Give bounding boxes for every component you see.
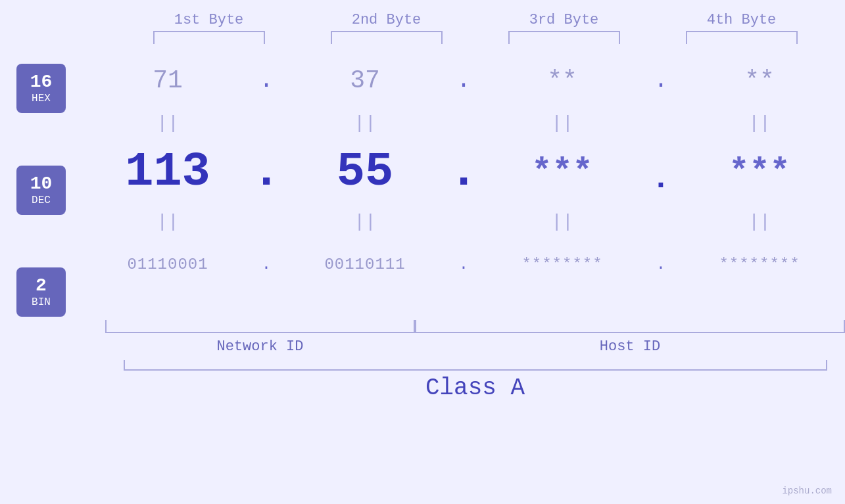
network-id-label: Network ID — [105, 338, 415, 355]
hex-dot-3: . — [651, 67, 671, 94]
dec-name: DEC — [32, 195, 51, 206]
byte3-header: 3rd Byte — [475, 12, 653, 28]
dec-row: 113 . 55 . *** . *** — [79, 136, 845, 208]
eq2-sign-1: || — [157, 212, 179, 232]
class-label-row: Class A — [0, 375, 845, 401]
hex-dot-1: . — [256, 67, 276, 94]
bin-dot-2: . — [454, 256, 473, 273]
hex-val-1: 71 — [153, 66, 183, 95]
eq-sign-2: || — [354, 113, 376, 133]
dec-dot-3: . — [651, 161, 671, 196]
bin-val-1: 01110001 — [127, 256, 208, 273]
hex-row: 71 . 37 . ** . ** — [79, 51, 845, 110]
bracket-cell-2 — [298, 31, 475, 44]
eq-cell-2: || — [276, 113, 454, 133]
bin-name: BIN — [32, 296, 51, 308]
dec-dot-2: . — [454, 145, 473, 199]
eq-cell-4: || — [671, 113, 845, 133]
hex-val-4: ** — [744, 66, 775, 95]
host-id-label: Host ID — [415, 338, 845, 355]
base-labels: 16 HEX 10 DEC 2 BIN — [16, 64, 66, 317]
dec-val-2: 55 — [337, 145, 393, 199]
content-area: 16 HEX 10 DEC 2 BIN 71 . 37 — [0, 51, 845, 317]
host-id-bracket — [415, 320, 845, 333]
ip-grid: 71 . 37 . ** . ** || — [79, 51, 845, 294]
bin-badge: 2 BIN — [16, 267, 66, 317]
equals-row-2: || || || || — [79, 208, 845, 235]
byte2-header: 2nd Byte — [298, 12, 475, 28]
hex-badge: 16 HEX — [16, 64, 66, 113]
eq-cell-3: || — [473, 113, 651, 133]
byte-headers: 1st Byte 2nd Byte 3rd Byte 4th Byte — [0, 12, 845, 28]
eq2-sign-2: || — [354, 212, 376, 232]
dec-val-1: 113 — [125, 145, 210, 199]
bracket-cell-3 — [475, 31, 653, 44]
bin-number: 2 — [36, 277, 47, 295]
top-bracket-2 — [331, 31, 443, 44]
eq-cell-1: || — [79, 113, 256, 133]
eq-sign-1: || — [157, 113, 179, 133]
hex-cell-3: ** — [473, 66, 651, 95]
dec-val-3: *** — [531, 153, 593, 192]
eq2-cell-4: || — [671, 212, 845, 232]
id-labels: Network ID Host ID — [0, 338, 845, 355]
bin-dot-1: . — [256, 256, 276, 273]
hex-dot-2: . — [454, 67, 473, 94]
overall-bracket — [124, 360, 827, 371]
bracket-cell-4 — [653, 31, 831, 44]
bin-dot-3: . — [651, 256, 671, 273]
class-label: Class A — [124, 375, 827, 401]
dec-cell-4: *** — [671, 153, 845, 192]
main-container: 1st Byte 2nd Byte 3rd Byte 4th Byte 16 H… — [0, 0, 845, 504]
bottom-brackets — [0, 320, 845, 333]
eq2-cell-1: || — [79, 212, 256, 232]
dec-number: 10 — [30, 175, 53, 193]
hex-number: 16 — [30, 73, 53, 91]
dec-cell-2: 55 — [276, 145, 454, 199]
hex-cell-1: 71 — [79, 66, 256, 95]
dec-cell-1: 113 — [79, 145, 256, 199]
dec-badge: 10 DEC — [16, 166, 66, 215]
bin-cell-4: ******** — [671, 256, 845, 273]
network-id-bracket — [105, 320, 415, 333]
top-bracket-3 — [508, 31, 620, 44]
eq2-sign-4: || — [748, 212, 771, 232]
hex-cell-2: 37 — [276, 66, 454, 95]
hex-val-3: ** — [547, 66, 577, 95]
overall-bracket-row — [0, 360, 845, 371]
bin-row: 01110001 . 00110111 . ******** . *******… — [79, 235, 845, 294]
top-bracket-1 — [153, 31, 265, 44]
top-bracket-4 — [686, 31, 798, 44]
hex-name: HEX — [32, 93, 51, 104]
bin-val-3: ******** — [521, 256, 602, 273]
bin-cell-3: ******** — [473, 256, 651, 273]
bin-val-4: ******** — [719, 256, 800, 273]
byte1-header: 1st Byte — [120, 12, 298, 28]
eq2-sign-3: || — [551, 212, 573, 232]
dec-cell-3: *** — [473, 153, 651, 192]
hex-val-2: 37 — [350, 66, 380, 95]
bin-val-2: 00110111 — [324, 256, 405, 273]
bin-cell-1: 01110001 — [79, 256, 256, 273]
dec-val-4: *** — [729, 153, 790, 192]
bin-cell-2: 00110111 — [276, 256, 454, 273]
dec-dot-1: . — [256, 145, 276, 199]
eq2-cell-3: || — [473, 212, 651, 232]
watermark: ipshu.com — [782, 486, 832, 496]
eq-sign-3: || — [551, 113, 573, 133]
eq-sign-4: || — [748, 113, 771, 133]
equals-row-1: || || || || — [79, 110, 845, 136]
byte4-header: 4th Byte — [653, 12, 831, 28]
bracket-cell-1 — [120, 31, 298, 44]
eq2-cell-2: || — [276, 212, 454, 232]
top-brackets — [0, 31, 845, 44]
hex-cell-4: ** — [671, 66, 845, 95]
